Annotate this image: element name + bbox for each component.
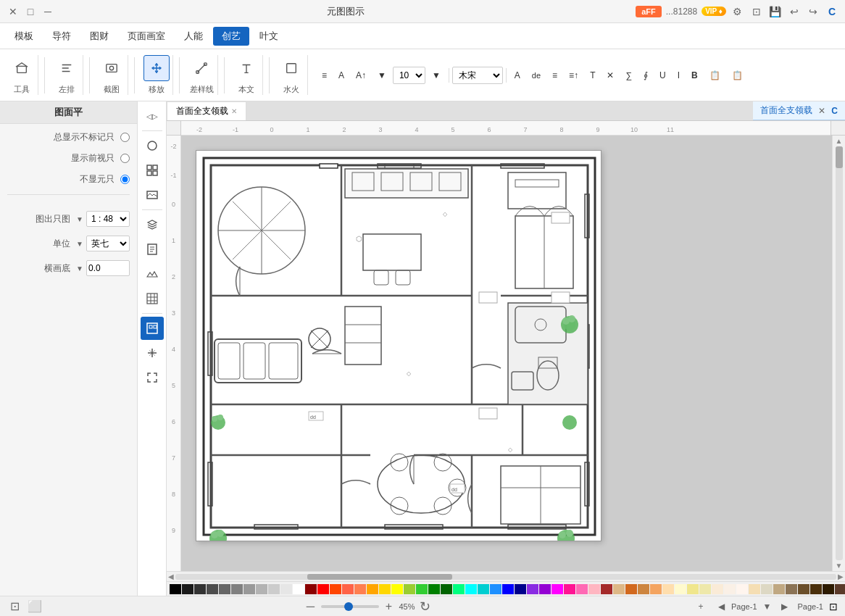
color-swatch-35[interactable] — [601, 584, 612, 594]
color-swatch-36[interactable] — [613, 584, 625, 594]
offset-arrow[interactable]: ▼ — [76, 265, 83, 272]
math-btn[interactable]: ∑ — [620, 67, 637, 84]
color-swatch-40[interactable] — [662, 584, 674, 594]
layout-toggle-btn[interactable]: ⊡ — [829, 601, 838, 612]
italic-btn[interactable]: I — [673, 67, 685, 84]
color-swatch-4[interactable] — [219, 584, 230, 594]
undo-icon[interactable]: ↩ — [787, 4, 802, 19]
scroll-right-btn[interactable]: ▶ — [838, 573, 844, 580]
color-swatch-22[interactable] — [441, 584, 452, 594]
color-swatch-37[interactable] — [625, 584, 637, 594]
canvas-tab[interactable]: 首面全支领载 ✕ — [167, 101, 246, 120]
strikethrough-btn[interactable]: de — [527, 67, 546, 84]
display-radio-all[interactable] — [120, 133, 130, 142]
copy-style-btn[interactable]: 📋 — [704, 67, 725, 84]
banner-action[interactable]: C — [831, 106, 838, 116]
floor-plan[interactable]: ⬡ ◇ ◇ ◇ dd dd — [196, 150, 602, 541]
h-scroll-track[interactable] — [175, 574, 836, 580]
color-swatch-30[interactable] — [539, 584, 551, 594]
side-collapse-btn[interactable]: ◁▷ — [141, 104, 164, 128]
display-radio-none[interactable] — [120, 175, 130, 184]
banner-close-icon[interactable]: ✕ — [818, 106, 825, 116]
side-grid-btn[interactable] — [141, 159, 164, 182]
color-swatch-51[interactable] — [798, 584, 809, 594]
color-swatch-9[interactable] — [280, 584, 292, 594]
align-left-btn[interactable]: ≡ — [317, 67, 332, 84]
color-swatch-33[interactable] — [576, 584, 588, 594]
color-swatch-49[interactable] — [773, 584, 785, 594]
canvas-tab-close[interactable]: ✕ — [231, 107, 237, 115]
font-size-down-btn[interactable]: ▼ — [372, 67, 391, 84]
color-swatch-7[interactable] — [256, 584, 267, 594]
page-prev-btn[interactable]: ◀ — [714, 599, 728, 614]
color-swatch-23[interactable] — [453, 584, 465, 594]
color-swatch-1[interactable] — [182, 584, 193, 594]
menu-symbol[interactable]: 导符 — [43, 27, 80, 46]
maximize-button[interactable]: □ — [23, 4, 38, 19]
menu-chart[interactable]: 图财 — [81, 27, 117, 46]
color-swatch-18[interactable] — [391, 584, 403, 594]
minimize-button[interactable]: ─ — [41, 4, 55, 19]
align-right-btn[interactable]: A↑ — [351, 67, 371, 84]
font-size-select[interactable]: 10121416 — [393, 67, 425, 84]
font-size-up-btn[interactable]: ▼ — [427, 67, 446, 84]
color-swatch-34[interactable] — [588, 584, 600, 594]
fit-page-btn[interactable]: ⊡ — [7, 599, 22, 614]
color-swatch-41[interactable] — [675, 584, 686, 594]
font-color-btn[interactable]: A — [509, 67, 525, 84]
page-add-btn[interactable]: + — [694, 599, 708, 614]
color-swatch-54[interactable] — [835, 584, 845, 594]
color-swatch-45[interactable] — [724, 584, 736, 594]
color-swatch-43[interactable] — [699, 584, 711, 594]
h-scroll-thumb[interactable] — [307, 574, 452, 580]
home-tool-button[interactable] — [9, 55, 35, 81]
side-terrain-btn[interactable] — [141, 262, 164, 286]
text-button[interactable] — [233, 55, 259, 81]
color-swatch-50[interactable] — [786, 584, 797, 594]
color-swatch-39[interactable] — [650, 584, 662, 594]
color-swatch-52[interactable] — [810, 584, 822, 594]
share-icon[interactable]: ⊡ — [749, 4, 764, 19]
scroll-left-btn[interactable]: ◀ — [168, 573, 174, 580]
display-radio-front[interactable] — [120, 154, 130, 163]
font-family-select[interactable]: 木宋 — [452, 67, 503, 84]
side-floorplan-btn[interactable] — [141, 317, 164, 340]
color-swatch-47[interactable] — [749, 584, 760, 594]
save-icon[interactable]: 💾 — [768, 4, 783, 19]
app-icon[interactable]: C — [825, 4, 839, 19]
scroll-up-btn[interactable]: ▲ — [836, 137, 843, 145]
unit-arrow[interactable]: ▼ — [76, 240, 83, 248]
text-style-btn[interactable]: T — [585, 67, 600, 84]
settings-icon[interactable]: ⚙ — [730, 4, 745, 19]
zoom-thumb[interactable] — [344, 602, 353, 611]
menu-template[interactable]: 模板 — [6, 27, 42, 46]
color-swatch-32[interactable] — [564, 584, 575, 594]
color-swatch-3[interactable] — [207, 584, 218, 594]
color-swatch-12[interactable] — [317, 584, 329, 594]
line-button[interactable] — [188, 55, 215, 81]
color-swatch-13[interactable] — [330, 584, 341, 594]
bold-btn[interactable]: B — [686, 67, 703, 84]
zoom-slider[interactable] — [321, 605, 379, 608]
page-next-btn[interactable]: ▶ — [778, 599, 792, 614]
color-swatch-31[interactable] — [551, 584, 563, 594]
side-page-btn[interactable] — [141, 238, 164, 261]
scroll-thumb[interactable] — [836, 146, 843, 168]
side-tool2-btn[interactable] — [141, 341, 164, 365]
zoom-in-btn[interactable]: + — [382, 599, 396, 614]
color-swatch-44[interactable] — [712, 584, 723, 594]
underline-btn[interactable]: U — [654, 67, 671, 84]
move-button[interactable] — [143, 55, 170, 81]
menu-page[interactable]: 页面画室 — [119, 27, 174, 46]
side-layers-btn[interactable] — [141, 213, 164, 236]
scale-select[interactable]: 1 : 481 : 501 : 100 — [86, 211, 130, 227]
color-swatch-25[interactable] — [478, 584, 489, 594]
color-swatch-24[interactable] — [465, 584, 477, 594]
rotate-btn[interactable]: ↻ — [418, 599, 433, 614]
canvas-viewport[interactable]: ⬡ ◇ ◇ ◇ dd dd — [181, 136, 832, 571]
side-select-btn[interactable] — [141, 134, 164, 157]
color-swatch-8[interactable] — [268, 584, 280, 594]
unit-select[interactable]: 英七毫米厘米 — [86, 236, 130, 251]
side-image-btn[interactable] — [141, 183, 164, 207]
color-swatch-15[interactable] — [354, 584, 366, 594]
